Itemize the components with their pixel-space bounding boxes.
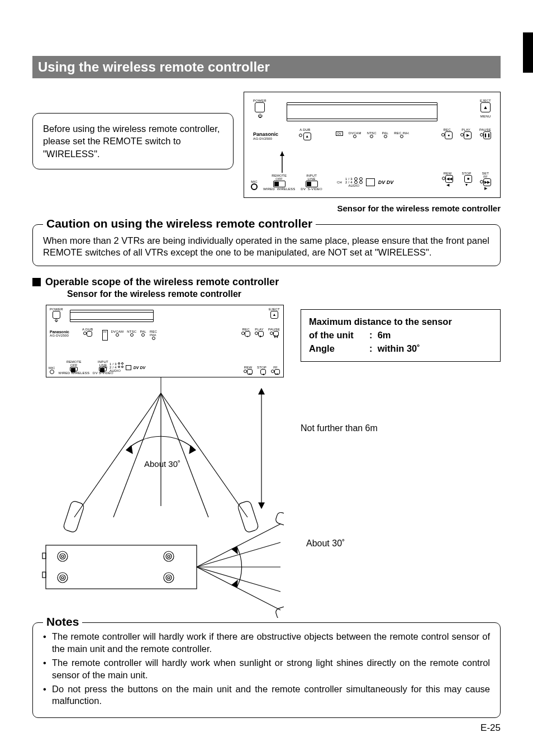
square-bullet-icon [32,278,41,286]
svg-line-32 [197,524,280,567]
rec-button-icon: ● [445,131,453,139]
svg-point-18 [58,551,68,561]
distance-label: Not further than 6m [301,423,501,433]
svg-point-28 [166,575,172,580]
pause-led [480,133,483,136]
mini-ch: CH [102,366,107,369]
mini-dvlogo2: DV DV [134,366,145,370]
spec-ofunit-label: of the unit [309,330,354,340]
svg-point-24 [58,573,68,583]
pal-led [384,135,387,138]
adub-led [299,134,302,137]
scope-spec-box: Maximum distance to the sensor of the un… [301,309,501,362]
caution-title: Caution on using the wireless remote con… [43,217,316,230]
notes-item: The remote controller will hardly work w… [43,657,490,681]
svg-line-5 [161,393,248,517]
svg-point-22 [166,554,172,559]
scope-heading-row: Operable scope of the wireless remote co… [32,276,501,288]
svg-line-6 [113,393,161,517]
svg-rect-38 [275,512,284,530]
svg-marker-36 [232,547,237,554]
svg-marker-9 [189,446,196,453]
mini-brand: Panasonic [50,330,69,334]
mini-wired: WIRED [59,371,70,375]
mic-jack-icon [251,183,258,190]
svg-point-27 [164,573,174,583]
mini-dv: DV [93,371,98,375]
pause-button-icon: ❚❚ [483,131,491,139]
label-set-ff: SETFF [480,172,491,178]
notes-box: Notes The remote controller will hardly … [32,622,501,718]
label-dv: DV [301,187,306,191]
adub-button-icon: ▲ [303,133,311,140]
svg-point-29 [168,577,170,579]
cassette-slot [287,102,437,121]
label-about30-front: About 30˚ [144,459,180,469]
label-about30-side: About 30˚ [306,538,501,549]
dvlogo-small: DV [336,131,343,136]
svg-point-23 [168,555,170,557]
svg-line-7 [161,393,208,517]
intro-note-box: Before using the wireless remote control… [32,113,234,169]
svg-rect-10 [63,500,85,533]
page-number: E-25 [480,722,501,734]
ntsc-led [370,135,373,138]
scope-subheading: Sensor for the wireless remote controlle… [67,289,501,299]
input-switch-icon [306,181,318,187]
svg-line-33 [197,567,280,610]
svg-rect-16 [42,553,46,559]
power-symbol: ⏻ [253,114,266,119]
svg-point-21 [164,551,174,561]
dvcam-led [353,135,356,138]
svg-point-19 [60,554,65,559]
svg-marker-1 [280,152,284,156]
svg-point-26 [61,577,64,579]
notes-item: Do not press the buttons on the main uni… [43,683,490,707]
spec-line1: Maximum distance to the sensor [309,315,492,329]
label-wired: WIRED [263,187,275,191]
svg-rect-17 [42,572,46,578]
stop-button-icon: ■ [464,175,472,183]
remote-switch-icon [273,181,285,187]
caution-body: When more than 2 VTRs are being individu… [43,235,490,258]
play-button-icon: ▶ [464,131,472,139]
notes-title: Notes [43,615,82,629]
intro-row: Before using the wireless remote control… [32,92,501,216]
sensor-callout-label: Sensor for the wireless remote controlle… [244,204,501,213]
label-ch: CH [337,181,342,184]
svg-marker-13 [259,389,264,394]
notes-item: The remote controller will hardly work i… [43,631,490,655]
svg-line-34 [197,542,280,567]
mini-cassette [70,310,154,322]
recinh-led [400,135,403,138]
label-adub: A.DUB [299,128,311,131]
scope-heading: Operable scope of the wireless remote co… [45,276,279,288]
eject-button-icon: ▲ [480,102,491,112]
scope-geometry-diagram: About 30˚ [32,377,284,618]
mini-power-icon [53,311,60,319]
label-audio: AUDIO [345,184,363,187]
svg-marker-37 [232,580,237,587]
label-menu: MENU [480,115,491,118]
mini-eject-icon: ▲ [270,311,278,319]
dv-logo-large: DV DV [378,179,394,185]
svg-rect-15 [46,545,197,589]
svg-line-4 [74,393,161,517]
model-label: AG-DV2500 [253,137,272,140]
caution-box: Caution on using the wireless remote con… [32,224,501,266]
mini-dvlogo: DV [102,330,108,341]
page-edge-tab [523,32,533,73]
sensor-callout-arrow [277,152,288,175]
notes-list: The remote controller will hardly work i… [43,631,490,707]
svg-point-25 [60,575,65,580]
scope-device-front: POWER ⏻ EJECT ▲ Panasonic AG-DV2500 A.DU… [46,305,284,377]
svg-marker-8 [126,446,132,453]
section-title: Using the wireless remote controller [32,56,501,78]
mini-audio: AUDIO [110,369,123,372]
device-front-diagram: POWER ⏻ EJECT ▲ MENU Panasonic AG-DV2500… [244,92,501,198]
ff-button-icon: ▶▶ [483,178,491,186]
svg-marker-14 [259,503,264,508]
label-svideo: S-VIDEO [308,187,322,191]
svg-point-20 [61,555,64,557]
spec-angle-value: within 30˚ [378,343,420,353]
